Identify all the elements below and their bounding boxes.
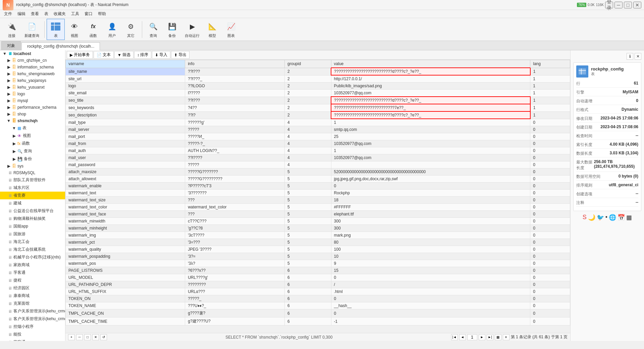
bird-icon[interactable]: 🐦	[597, 214, 604, 221]
table-row[interactable]: site_name ??l??? 2 ?????????????????????…	[66, 68, 570, 75]
cell-info[interactable]: g?建????U?	[185, 317, 285, 326]
sidebar-kongzhi[interactable]: 🖥 控烟小程序	[0, 323, 65, 331]
sidebar-db-kehu-yao[interactable]: ▶ 🗄 kehu_yaojansys	[0, 77, 65, 84]
table-row[interactable]: site_url ??l???_ 2 http://127.0.0.1/ 1	[66, 75, 570, 83]
table-row[interactable]: mail_password ????? 4 0	[66, 161, 570, 168]
chart-button[interactable]: 📈 图表	[222, 19, 240, 40]
col-header-lang[interactable]: lang	[530, 60, 570, 68]
table-row[interactable]: watermark_pct '3=??? 5 80 0	[66, 239, 570, 246]
sidebar-gongyi[interactable]: 🖥 公益送公在线举报平台	[0, 207, 65, 215]
cell-varname[interactable]: site_url	[66, 75, 185, 83]
grid-view-button[interactable]: ▦	[495, 334, 501, 340]
cell-varname[interactable]: TMPL_CACHE_TIME	[66, 317, 185, 326]
cell-groupid[interactable]: 2	[285, 104, 331, 111]
cell-varname[interactable]: watermark_enable	[66, 183, 185, 190]
cell-groupid[interactable]: 4	[285, 154, 331, 161]
sidebar-rdsmysql[interactable]: 🖥 RDSMySQL	[0, 169, 65, 176]
cell-info[interactable]: ?????	[185, 126, 285, 133]
table-row[interactable]: mail_server ????? 4 smtp.qq.com 0	[66, 126, 570, 133]
cell-value[interactable]: elephant.ttf	[331, 211, 530, 218]
col-header-info[interactable]: info	[185, 60, 285, 68]
cell-varname[interactable]: attach_allowext	[66, 176, 185, 183]
sidebar-db-sys[interactable]: ▶ 🗄 sys	[0, 163, 65, 169]
cell-groupid[interactable]: 4	[285, 161, 331, 168]
sidebar-zongkuan[interactable]: 🖥 孚客通	[0, 269, 65, 277]
cell-groupid[interactable]: 4	[285, 119, 331, 126]
connect-button[interactable]: 🔌 连接	[3, 19, 21, 40]
cell-lang[interactable]: 1	[530, 90, 570, 97]
cell-info[interactable]: ?????G?????????	[185, 176, 285, 183]
sidebar-guoluyou[interactable]: 🖥 国旅游	[0, 230, 65, 238]
cell-varname[interactable]: seo_title	[66, 97, 185, 104]
cell-value[interactable]: http://127.0.0.1/	[331, 75, 530, 83]
cell-varname[interactable]: watermark_pct	[66, 239, 185, 246]
backup-button[interactable]: 💾 备份	[163, 19, 181, 40]
cell-value[interactable]: 1	[331, 147, 530, 154]
moon-icon[interactable]: 🌙	[588, 214, 595, 221]
table-row[interactable]: watermard_text_size ??? 5 18 0	[66, 197, 570, 204]
cell-varname[interactable]: mail_auth	[66, 147, 185, 154]
autorun-button[interactable]: ▶ 自动运行	[182, 19, 203, 40]
copy-row-button[interactable]: □	[84, 334, 91, 340]
cell-lang[interactable]: 0	[530, 302, 570, 309]
cell-groupid[interactable]: 5	[285, 260, 331, 267]
start-transaction-button[interactable]: ▶ 开始事务	[67, 51, 93, 59]
cell-varname[interactable]: watermard_text_color	[66, 204, 185, 211]
cell-groupid[interactable]: 4	[285, 126, 331, 133]
user-button[interactable]: 👤 用户	[103, 19, 121, 40]
cell-groupid[interactable]: 6	[285, 295, 331, 302]
cell-lang[interactable]: 0	[530, 288, 570, 295]
cell-info[interactable]: l?????	[185, 90, 285, 97]
menu-file[interactable]: 文件	[1, 10, 15, 17]
sidebar-shansai[interactable]: 🖥 省竞赛	[0, 192, 65, 199]
cell-lang[interactable]: 1	[530, 111, 570, 119]
sidebar-tables[interactable]: ▼ ▦ 表	[0, 124, 65, 132]
sidebar-db-mysql[interactable]: ▶ 🗄 mysql	[0, 97, 65, 104]
globe-icon[interactable]: 🌐	[609, 214, 616, 221]
col-header-value[interactable]: value	[331, 60, 530, 68]
cell-info[interactable]: ???U♦♦?_	[185, 302, 285, 309]
cell-groupid[interactable]: 6	[285, 274, 331, 281]
cell-info[interactable]: ?????-?_	[185, 140, 285, 147]
cell-varname[interactable]: URL_PATHINFO_DEPR	[66, 281, 185, 288]
sidebar-queries[interactable]: ▶ 🔍 查询	[0, 147, 65, 155]
cell-lang[interactable]: 0	[530, 281, 570, 288]
table-row[interactable]: watermark_quality JPEG '3???? 5 100 0	[66, 246, 570, 253]
cell-info[interactable]: JPEG '3????	[185, 246, 285, 253]
cell-lang[interactable]: 1	[530, 68, 570, 75]
table-button[interactable]: 表	[47, 19, 65, 40]
cell-lang[interactable]: 0	[530, 218, 570, 225]
cell-info[interactable]: ?????G???????	[185, 168, 285, 176]
table-row[interactable]: watermark_enable ?P?????cT'3 5 0 0	[66, 183, 570, 190]
sidebar-jiancheng[interactable]: 🖥 建城	[0, 199, 65, 207]
cell-info[interactable]: ???	[185, 211, 285, 218]
cell-lang[interactable]: 0	[530, 168, 570, 176]
col-header-groupid[interactable]: groupid	[285, 60, 331, 68]
cell-groupid[interactable]: 5	[285, 253, 331, 260]
sort-button[interactable]: ↕ 排序	[134, 51, 151, 59]
close-button[interactable]: ✕	[633, 2, 641, 8]
cell-varname[interactable]: URL_MODEL	[66, 274, 185, 281]
cell-lang[interactable]: 0	[530, 232, 570, 239]
cell-lang[interactable]: 0	[530, 309, 570, 317]
cell-lang[interactable]: 0	[530, 147, 570, 154]
table-row[interactable]: mail_auth AUTH LOGIN??_ 4 1 0	[66, 147, 570, 154]
cell-value[interactable]: 103520977@qq.com	[331, 90, 530, 97]
sidebar-kehu-crm2[interactable]: 🖥 客户关系管理演示(kehu_crmqhjr)	[0, 315, 65, 323]
cell-varname[interactable]: PAGE_LISTROWS	[66, 267, 185, 274]
cell-varname[interactable]: mail_password	[66, 161, 185, 168]
cell-varname[interactable]: mail_port	[66, 133, 185, 140]
cell-groupid[interactable]: 5	[285, 197, 331, 204]
cell-varname[interactable]: TOKEN_NAME	[66, 302, 185, 309]
cell-value[interactable]: 103520977@qq.com	[331, 140, 530, 147]
sidebar-jicheng[interactable]: 🖥 捷程	[0, 277, 65, 284]
sidebar-guoapp[interactable]: 🖥 国能app	[0, 222, 65, 230]
page-input[interactable]	[467, 334, 477, 340]
cell-info[interactable]: AUTH LOGIN??_	[185, 147, 285, 154]
sidebar-pudong[interactable]: 🖥 蒲客通	[0, 338, 65, 341]
cell-lang[interactable]: 0	[530, 176, 570, 183]
login-button[interactable]: 登录	[605, 2, 613, 8]
table-row[interactable]: TMPL_CACHE_TIME g?建????U? 6 -1 0	[66, 317, 570, 326]
cell-lang[interactable]: 0	[530, 211, 570, 218]
cell-value[interactable]: jpg,jpeg,gif,png,doc,docx,rar,zip,swf	[331, 176, 530, 183]
